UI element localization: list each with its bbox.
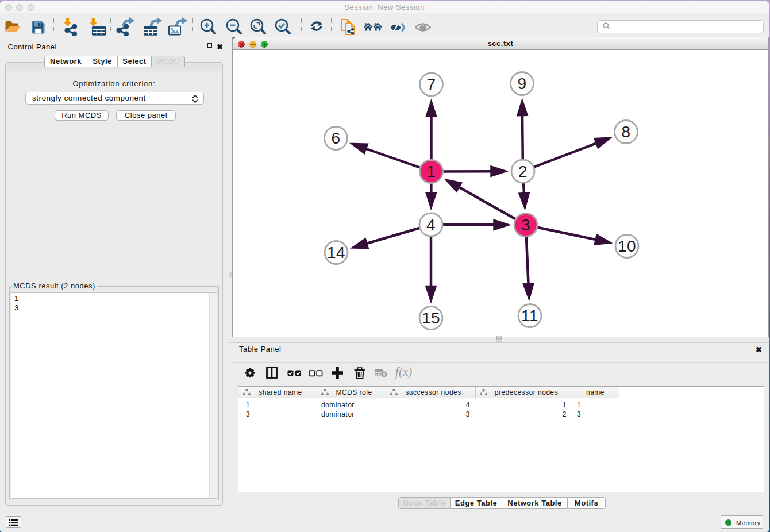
- svg-text:11: 11: [521, 307, 538, 325]
- svg-text:10: 10: [618, 237, 636, 255]
- svg-text:1: 1: [426, 163, 436, 180]
- svg-text:14: 14: [327, 244, 345, 261]
- svg-text:3: 3: [521, 216, 530, 234]
- svg-text:15: 15: [422, 309, 440, 327]
- svg-text:4: 4: [426, 216, 436, 234]
- svg-text:9: 9: [517, 75, 526, 92]
- svg-text:8: 8: [621, 123, 630, 141]
- svg-text:7: 7: [426, 76, 436, 94]
- svg-text:2: 2: [518, 163, 528, 180]
- svg-text:6: 6: [331, 129, 340, 147]
